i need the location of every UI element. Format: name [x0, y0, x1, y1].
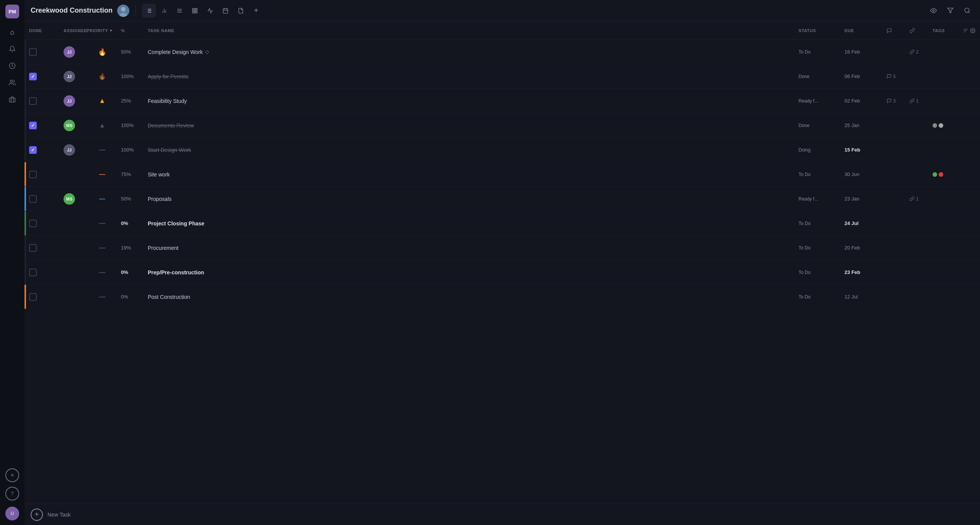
done-checkbox[interactable]: [29, 146, 37, 154]
sidebar-item-home[interactable]: ⌂: [5, 24, 20, 40]
pct-value: 0%: [121, 269, 128, 275]
th-status: STATUS: [797, 28, 843, 33]
watch-button[interactable]: [926, 4, 940, 18]
priority-cell: —: [85, 196, 119, 202]
pct-value: 0%: [121, 294, 128, 300]
done-cell[interactable]: [28, 122, 62, 129]
done-cell[interactable]: [28, 269, 62, 276]
tags-cell: [931, 123, 977, 128]
status-cell: Ready f...: [797, 98, 843, 104]
th-links: [908, 28, 931, 33]
due-cell: 30 Jun: [843, 171, 885, 177]
task-name-cell[interactable]: Post Construction: [146, 294, 797, 300]
priority-cell: 🔥: [85, 73, 119, 80]
task-table: DONE ASSIGNEE PRIORITY ▼ % TASK NAME STA…: [24, 21, 980, 504]
task-name-cell[interactable]: Documents Review: [146, 122, 797, 129]
row-border: [24, 236, 26, 260]
task-name-text: Project Closing Phase: [148, 220, 204, 227]
done-checkbox[interactable]: [29, 195, 37, 203]
due-value: 23 Jan: [844, 196, 859, 202]
done-cell[interactable]: [28, 146, 62, 154]
sidebar-item-team[interactable]: [5, 75, 20, 90]
priority-cell: —: [85, 220, 119, 227]
task-name-cell[interactable]: Apply for Permits: [146, 73, 797, 80]
table-button[interactable]: [188, 4, 202, 18]
status-cell: Done: [797, 123, 843, 128]
th-due: DUE: [843, 28, 885, 33]
done-checkbox[interactable]: [29, 269, 37, 276]
filter-button[interactable]: [943, 4, 957, 18]
status-cell: To Do: [797, 245, 843, 251]
table-row: JJ — 100% Start Design Work Doing 15 Feb: [24, 138, 980, 162]
pct-cell: 19%: [119, 245, 146, 251]
sidebar-add-button[interactable]: +: [5, 468, 19, 482]
task-name-text: Feasibility Study: [148, 98, 187, 104]
settings-icon[interactable]: [970, 28, 975, 33]
done-cell[interactable]: [28, 220, 62, 227]
sidebar-user-avatar[interactable]: U: [5, 507, 19, 520]
done-cell[interactable]: [28, 73, 62, 80]
pct-value: 100%: [121, 122, 134, 128]
done-cell[interactable]: [28, 293, 62, 301]
done-checkbox[interactable]: [29, 48, 37, 56]
row-border: [24, 64, 26, 88]
due-cell: 15 Feb: [843, 147, 885, 153]
table-row: MS ▲ 100% Documents Review Done 25 Jan: [24, 113, 980, 138]
search-button[interactable]: [960, 4, 974, 18]
add-task-label: New Task: [47, 512, 70, 518]
done-cell[interactable]: [28, 244, 62, 252]
add-task-button[interactable]: +: [31, 509, 43, 521]
table-header: DONE ASSIGNEE PRIORITY ▼ % TASK NAME STA…: [24, 21, 980, 40]
sort-icon[interactable]: [963, 28, 969, 33]
list-view-button[interactable]: [142, 4, 156, 18]
done-checkbox[interactable]: [29, 73, 37, 80]
task-name-cell[interactable]: Procurement: [146, 245, 797, 251]
status-value: To Do: [799, 245, 810, 251]
pct-value: 50%: [121, 49, 131, 55]
pulse-button[interactable]: [203, 4, 217, 18]
done-cell[interactable]: [28, 48, 62, 56]
sidebar-help-button[interactable]: ?: [5, 487, 19, 501]
calendar-button[interactable]: [219, 4, 232, 18]
done-checkbox[interactable]: [29, 220, 37, 227]
bar-chart-button[interactable]: [157, 4, 171, 18]
sidebar-item-clock[interactable]: [5, 58, 20, 73]
sidebar-item-notifications[interactable]: [5, 41, 20, 57]
th-priority[interactable]: PRIORITY ▼: [85, 28, 119, 33]
table-row: JJ 🔥 100% Apply for Permits Done 06 Feb …: [24, 64, 980, 89]
done-checkbox[interactable]: [29, 293, 37, 301]
due-cell: 25 Jan: [843, 122, 885, 128]
assignee-avatar: MS: [64, 193, 75, 205]
app-logo[interactable]: PM: [5, 5, 19, 18]
assignee-cell: JJ: [62, 46, 85, 58]
sidebar-item-briefcase[interactable]: [5, 92, 20, 107]
task-name-cell[interactable]: Feasibility Study: [146, 98, 797, 104]
pct-value: 100%: [121, 147, 134, 153]
done-checkbox[interactable]: [29, 97, 37, 105]
table-row: — 19% Procurement To Do 20 Feb: [24, 236, 980, 260]
priority-cell: —: [85, 171, 119, 178]
tag-dot: [939, 123, 943, 128]
due-value: 23 Feb: [844, 269, 860, 275]
doc-button[interactable]: [234, 4, 248, 18]
lines-button[interactable]: [173, 4, 186, 18]
task-name-cell[interactable]: Site work: [146, 171, 797, 178]
done-checkbox[interactable]: [29, 171, 37, 178]
task-name-cell[interactable]: Complete Design Work◇: [146, 49, 797, 55]
done-cell[interactable]: [28, 97, 62, 105]
task-name-cell[interactable]: Proposals: [146, 196, 797, 202]
due-value: 20 Feb: [844, 245, 860, 251]
task-name-cell[interactable]: Start Design Work: [146, 147, 797, 153]
done-checkbox[interactable]: [29, 122, 37, 129]
task-name-cell[interactable]: Prep/Pre-construction: [146, 269, 797, 276]
pct-value: 75%: [121, 171, 131, 177]
done-cell[interactable]: [28, 195, 62, 203]
th-done: DONE: [28, 28, 62, 33]
task-name-cell[interactable]: Project Closing Phase: [146, 220, 797, 227]
due-cell: 23 Feb: [843, 269, 885, 275]
add-view-button[interactable]: +: [249, 4, 263, 18]
table-body: JJ 🔥 50% Complete Design Work◇ To Do 16 …: [24, 40, 980, 309]
row-border: [24, 285, 26, 309]
done-cell[interactable]: [28, 171, 62, 178]
done-checkbox[interactable]: [29, 244, 37, 252]
